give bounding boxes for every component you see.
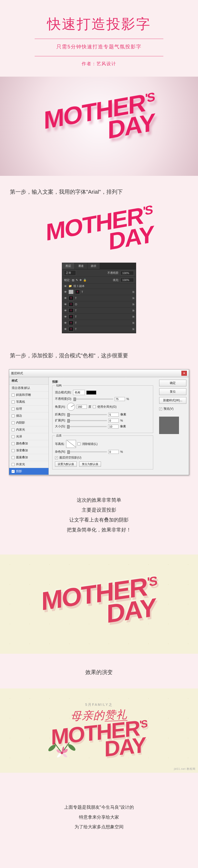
checkbox[interactable] xyxy=(12,449,14,452)
page-subtitle: 只需5分钟快速打造专题气氛投影字 xyxy=(5,43,193,50)
visibility-icon[interactable]: 👁 xyxy=(64,328,67,331)
style-item-coloroverlay[interactable]: 颜色叠加 xyxy=(9,440,48,447)
style-item-dropshadow[interactable]: ✓投影 xyxy=(9,468,48,475)
lock-icon[interactable]: ✥ xyxy=(79,279,82,282)
fx-badge[interactable]: fx xyxy=(132,309,134,312)
layer-row[interactable]: 👁 T O fx xyxy=(62,301,136,308)
sidebar-header: 样式 xyxy=(9,377,48,385)
noise-slider[interactable] xyxy=(67,452,107,452)
style-item-texture[interactable]: 纹理 xyxy=(9,405,48,412)
visibility-icon[interactable]: 👁 xyxy=(64,309,67,312)
layer-group[interactable]: 👁 📁 组 1 副本 xyxy=(62,283,136,289)
tab-layers[interactable]: 图层 xyxy=(62,263,75,269)
layer-list: 👁 📁 组 1 副本 👁 T T fx 👁 T T fx 👁 T O xyxy=(62,283,136,333)
style-item-contour[interactable]: 等高线 xyxy=(9,399,48,405)
close-icon[interactable]: ✕ xyxy=(182,371,187,376)
divider xyxy=(35,39,163,39)
spread-slider[interactable] xyxy=(67,420,107,421)
style-item-bevel[interactable]: 斜面和浮雕 xyxy=(9,392,48,399)
visibility-icon[interactable]: 👁 xyxy=(64,297,67,300)
visibility-icon[interactable]: 👁 xyxy=(64,284,67,288)
layer-row[interactable]: 👁 T T fx xyxy=(62,289,136,295)
size-input[interactable] xyxy=(108,425,119,429)
layer-row[interactable]: 👁 T T fx xyxy=(62,332,136,333)
style-item-patternoverlay[interactable]: 图案叠加 xyxy=(9,454,48,461)
color-swatch[interactable] xyxy=(86,391,96,395)
layer-row[interactable]: 👁 T T fx xyxy=(62,295,136,301)
visibility-icon[interactable]: 👁 xyxy=(64,321,67,324)
knockout-checkbox[interactable]: ✓ xyxy=(55,456,58,459)
preview-checkbox[interactable]: ✓ xyxy=(159,407,162,410)
checkbox[interactable] xyxy=(12,456,14,459)
opacity-value[interactable]: 100% xyxy=(121,271,134,275)
visibility-icon[interactable]: 👁 xyxy=(64,303,67,306)
checkbox[interactable] xyxy=(12,401,14,403)
style-item-gradientoverlay[interactable]: 渐变叠加 xyxy=(9,447,48,454)
opacity-label: 不透明度(O): xyxy=(55,397,72,401)
lock-icon[interactable]: ▨ xyxy=(72,279,74,282)
layer-name: T xyxy=(81,290,83,293)
style-item-innerglow[interactable]: 内发光 xyxy=(9,426,48,433)
visibility-icon[interactable]: 👁 xyxy=(64,315,67,318)
svg-point-1 xyxy=(67,743,77,752)
checkbox[interactable] xyxy=(12,394,14,397)
ok-button[interactable]: 确定 xyxy=(159,380,186,386)
fx-badge[interactable]: fx xyxy=(132,303,134,306)
checkbox[interactable] xyxy=(12,442,14,445)
reset-default-button[interactable]: 复位为默认值 xyxy=(79,462,101,467)
fx-badge[interactable]: fx xyxy=(132,297,134,300)
angle-dial[interactable] xyxy=(67,403,75,411)
layer-row[interactable]: 👁 T T fx xyxy=(62,314,136,320)
style-item-stroke[interactable]: 描边 xyxy=(9,412,48,420)
summary-block: 这次的效果非常简单 主要是设置投影 让文字看上去有叠加的阴影 把复杂简单化，效果… xyxy=(0,478,198,555)
layer-row[interactable]: 👁 T T fx xyxy=(62,320,136,326)
lock-icon[interactable]: 🔒 xyxy=(83,279,87,282)
tab-channels[interactable]: 通道 xyxy=(75,263,87,269)
layer-row[interactable]: 👁 T T fx xyxy=(62,308,136,314)
set-default-button[interactable]: 设置为默认值 xyxy=(55,462,77,467)
step1-text: 第一步，输入文案，我用的字体"Arial"，排列下 xyxy=(0,176,198,206)
fill-label: 填充: xyxy=(113,278,119,282)
newstyle-button[interactable]: 新建样式(W)... xyxy=(159,397,186,404)
text-icon: T xyxy=(69,296,74,300)
contour-picker[interactable] xyxy=(66,440,76,448)
fx-badge[interactable]: fx xyxy=(132,322,134,324)
antialias-checkbox[interactable] xyxy=(77,442,80,445)
blend-mode-select[interactable]: 色相 xyxy=(73,390,85,395)
layer-style-dialog: 图层样式 ✕ 样式 混合选项:默认 斜面和浮雕 等高线 纹理 描边 内阴影 内发… xyxy=(9,369,189,475)
distance-input[interactable] xyxy=(108,413,119,416)
dialog-titlebar[interactable]: 图层样式 ✕ xyxy=(9,370,189,377)
visibility-icon[interactable]: 👁 xyxy=(64,290,67,293)
style-item-blending[interactable]: 混合选项:默认 xyxy=(9,385,48,392)
lock-icon[interactable]: ✎ xyxy=(76,279,78,282)
opacity-input[interactable] xyxy=(115,397,125,401)
tab-paths[interactable]: 路径 xyxy=(87,263,100,269)
fx-badge[interactable]: fx xyxy=(132,315,134,318)
author-label: 作者：艺风设计 xyxy=(5,61,193,67)
spread-input[interactable] xyxy=(108,418,119,423)
distance-slider[interactable] xyxy=(67,414,107,415)
style-item-innershadow[interactable]: 内阴影 xyxy=(9,420,48,426)
layer-row[interactable]: 👁 T T fx xyxy=(62,326,136,332)
fill-value[interactable]: 100% xyxy=(121,278,134,282)
checkbox[interactable] xyxy=(12,435,14,438)
checkbox[interactable] xyxy=(12,421,14,424)
checkbox[interactable]: ✓ xyxy=(12,470,14,473)
noise-input[interactable] xyxy=(108,450,119,454)
checkbox[interactable] xyxy=(12,407,14,410)
opacity-slider[interactable] xyxy=(74,399,113,400)
blend-mode-select[interactable]: 正常 xyxy=(64,270,76,276)
demo-text: MOTHER'S DAY xyxy=(44,204,154,263)
size-slider[interactable] xyxy=(67,426,107,427)
checkbox[interactable] xyxy=(12,428,14,431)
cancel-button[interactable]: 复位 xyxy=(159,389,186,395)
angle-input[interactable] xyxy=(77,405,87,409)
fx-badge[interactable]: fx xyxy=(132,328,134,331)
globallight-checkbox[interactable] xyxy=(93,405,96,408)
style-item-outerglow[interactable]: 外发光 xyxy=(9,461,48,468)
checkbox[interactable] xyxy=(12,414,14,417)
closing-line: 上面专题是我朋友"今生马良"设计的 xyxy=(10,803,188,812)
fx-badge[interactable]: fx xyxy=(132,291,134,293)
checkbox[interactable] xyxy=(12,463,14,466)
style-item-satin[interactable]: 光泽 xyxy=(9,433,48,440)
